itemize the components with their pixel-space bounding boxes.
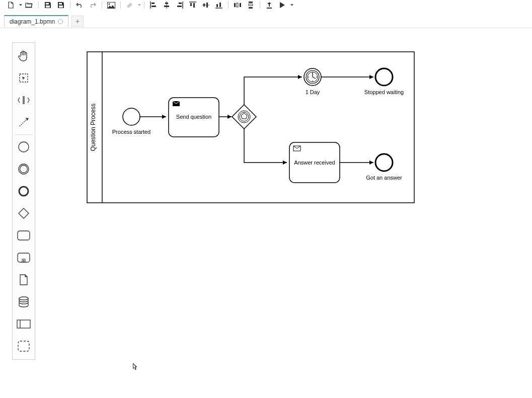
svg-rect-9 [179, 3, 182, 4]
align-right-button[interactable] [174, 1, 186, 10]
svg-rect-3 [151, 3, 155, 4]
align-bottom-button[interactable] [213, 1, 225, 10]
distribute-v-button[interactable] [245, 1, 257, 10]
svg-rect-21 [237, 3, 238, 7]
add-tab-button[interactable]: + [71, 16, 84, 27]
paint-dropdown[interactable] [138, 4, 141, 6]
svg-rect-24 [249, 4, 253, 6]
align-left-button[interactable] [147, 1, 160, 10]
svg-rect-6 [165, 3, 168, 4]
svg-rect-7 [164, 6, 169, 7]
timer-label: 1 Day [306, 89, 320, 95]
svg-rect-4 [151, 6, 156, 7]
bpmn-timer-event[interactable]: 1 Day [304, 68, 321, 95]
paint-button[interactable] [124, 1, 136, 10]
svg-point-1 [109, 3, 110, 5]
tab-diagram-1[interactable]: diagram_1.bpmn [4, 15, 68, 27]
lane-label: Question Process [90, 104, 97, 151]
toolbar-separator [70, 2, 70, 9]
svg-rect-13 [193, 3, 195, 8]
svg-rect-15 [203, 4, 205, 7]
tab-label: diagram_1.bpmn [10, 18, 55, 25]
diagram-canvas[interactable]: Question Process Process started Send qu… [0, 28, 532, 398]
redo-button[interactable] [87, 1, 99, 10]
save-as-button[interactable] [55, 1, 67, 10]
bpmn-receive-task[interactable]: Answer received [289, 142, 340, 183]
main-toolbar [0, 0, 532, 10]
send-task-label: Send question [176, 114, 211, 120]
toolbar-separator [228, 2, 229, 9]
toolbar-separator [120, 2, 121, 9]
svg-rect-20 [234, 3, 236, 7]
svg-rect-12 [190, 3, 192, 6]
svg-point-39 [123, 108, 140, 125]
svg-rect-25 [249, 7, 253, 9]
start-event-label: Process started [112, 129, 150, 135]
save-button[interactable] [42, 1, 54, 10]
svg-rect-10 [177, 6, 182, 7]
align-center-h-button[interactable] [161, 1, 173, 10]
cursor-pointer-icon [133, 363, 139, 371]
svg-rect-19 [219, 3, 221, 7]
align-top-button[interactable] [187, 1, 199, 10]
align-middle-button[interactable] [200, 1, 212, 10]
tab-close-icon[interactable] [58, 19, 63, 24]
new-file-button[interactable] [5, 1, 17, 10]
svg-rect-23 [249, 2, 253, 3]
end-stopped-label: Stopped waiting [364, 89, 404, 95]
svg-rect-16 [206, 3, 208, 8]
play-button[interactable] [276, 1, 288, 10]
workspace: Question Process Process started Send qu… [0, 28, 532, 398]
upload-button[interactable] [263, 1, 275, 10]
svg-point-56 [375, 68, 393, 86]
undo-button[interactable] [73, 1, 86, 10]
svg-rect-37 [87, 52, 414, 203]
open-button[interactable] [23, 1, 35, 10]
tab-bar: diagram_1.bpmn + [0, 14, 532, 28]
toolbar-separator [144, 2, 144, 9]
toolbar-separator [260, 2, 260, 9]
receive-task-label: Answer received [294, 160, 335, 166]
svg-rect-18 [216, 4, 218, 7]
svg-rect-22 [240, 3, 241, 7]
bpmn-pool[interactable]: Question Process [87, 52, 414, 203]
image-button[interactable] [105, 1, 117, 10]
new-file-dropdown[interactable] [19, 4, 22, 6]
play-dropdown[interactable] [290, 4, 293, 6]
toolbar-separator [38, 2, 39, 9]
toolbar-separator [102, 2, 102, 9]
distribute-h-button[interactable] [232, 1, 244, 10]
end-answer-label: Got an answer [366, 175, 402, 181]
svg-point-60 [375, 154, 393, 171]
bpmn-send-task[interactable]: Send question [169, 98, 219, 137]
